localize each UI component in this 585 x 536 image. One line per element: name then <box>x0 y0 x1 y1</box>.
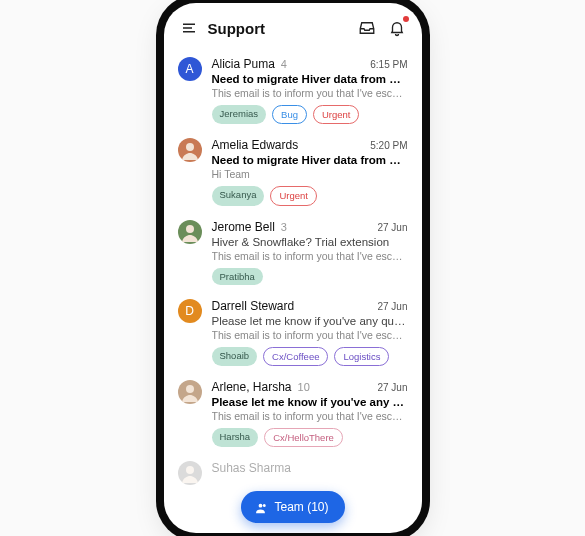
label-tag[interactable]: Bug <box>272 105 307 124</box>
conversation-item[interactable]: Suhas Sharma <box>164 453 422 491</box>
avatar <box>178 380 202 404</box>
timestamp: 5:20 PM <box>370 140 407 151</box>
avatar <box>178 138 202 162</box>
team-icon <box>252 500 267 515</box>
conversation-body: Arlene, Harsha1027 JunPlease let me know… <box>212 380 408 447</box>
avatar <box>178 220 202 244</box>
conversation-item[interactable]: Arlene, Harsha1027 JunPlease let me know… <box>164 372 422 453</box>
app-header: Support <box>164 3 422 49</box>
assignee-tag[interactable]: Shoaib <box>212 347 258 366</box>
conversation-body: Darrell Steward27 JunPlease let me know … <box>212 299 408 366</box>
timestamp: 6:15 PM <box>370 59 407 70</box>
tag-row: JeremiasBugUrgent <box>212 105 408 124</box>
timestamp: 27 Jun <box>377 301 407 312</box>
svg-point-7 <box>186 466 194 474</box>
menu-icon[interactable] <box>178 17 200 39</box>
team-button-label: Team (10) <box>274 500 328 514</box>
preview-text: This email is to inform you that I've es… <box>212 87 408 99</box>
sender-name: Arlene, Harsha <box>212 380 292 394</box>
label-tag[interactable]: Cx/Coffeee <box>263 347 328 366</box>
phone-frame: Support AAlicia Puma46:15 PMNeed to migr… <box>164 3 422 533</box>
avatar <box>178 461 202 485</box>
label-tag[interactable]: Urgent <box>270 186 317 205</box>
team-button[interactable]: Team (10) <box>240 491 344 523</box>
bell-icon[interactable] <box>386 17 408 39</box>
assignee-tag[interactable]: Pratibha <box>212 268 263 285</box>
timestamp: 27 Jun <box>377 382 407 393</box>
sender-name: Amelia Edwards <box>212 138 299 152</box>
sender-name: Jerome Bell <box>212 220 275 234</box>
label-tag[interactable]: Urgent <box>313 105 360 124</box>
timestamp: 27 Jun <box>377 222 407 233</box>
assignee-tag[interactable]: Harsha <box>212 428 259 447</box>
conversation-item[interactable]: Amelia Edwards5:20 PMNeed to migrate Hiv… <box>164 130 422 211</box>
conversation-body: Jerome Bell327 JunHiver & Snowflake? Tri… <box>212 220 408 285</box>
tag-row: HarshaCx/HelloThere <box>212 428 408 447</box>
svg-point-1 <box>186 143 194 151</box>
label-tag[interactable]: Logistics <box>334 347 389 366</box>
page-title: Support <box>208 20 266 37</box>
tag-row: Pratibha <box>212 268 408 285</box>
conversation-item[interactable]: DDarrell Steward27 JunPlease let me know… <box>164 291 422 372</box>
preview-text: Hi Team <box>212 168 408 180</box>
subject-line: Please let me know if you've any questio… <box>212 396 408 408</box>
subject-line: Need to migrate Hiver data from old Gmai… <box>212 73 408 85</box>
sender-name: Alicia Puma <box>212 57 275 71</box>
inbox-icon[interactable] <box>356 17 378 39</box>
svg-point-3 <box>186 225 194 233</box>
preview-text: This email is to inform you that I've es… <box>212 250 408 262</box>
conversation-body: Alicia Puma46:15 PMNeed to migrate Hiver… <box>212 57 408 124</box>
label-tag[interactable]: Cx/HelloThere <box>264 428 343 447</box>
conversation-list: AAlicia Puma46:15 PMNeed to migrate Hive… <box>164 49 422 533</box>
conversation-item[interactable]: Jerome Bell327 JunHiver & Snowflake? Tri… <box>164 212 422 291</box>
subject-line: Need to migrate Hiver data from old …… <box>212 154 408 166</box>
avatar: A <box>178 57 202 81</box>
preview-text: This email is to inform you that I've es… <box>212 329 408 341</box>
thread-count: 3 <box>281 221 287 233</box>
thread-count: 4 <box>281 58 287 70</box>
sender-name: Suhas Sharma <box>212 461 291 475</box>
assignee-tag[interactable]: Jeremias <box>212 105 267 124</box>
conversation-body: Suhas Sharma <box>212 461 408 485</box>
tag-row: ShoaibCx/CoffeeeLogistics <box>212 347 408 366</box>
assignee-tag[interactable]: Sukanya <box>212 186 265 205</box>
notification-dot <box>403 16 409 22</box>
preview-text: This email is to inform you that I've es… <box>212 410 408 422</box>
subject-line: Please let me know if you've any questio… <box>212 315 408 327</box>
sender-name: Darrell Steward <box>212 299 295 313</box>
svg-point-5 <box>186 385 194 393</box>
thread-count: 10 <box>298 381 310 393</box>
avatar: D <box>178 299 202 323</box>
tag-row: SukanyaUrgent <box>212 186 408 205</box>
conversation-body: Amelia Edwards5:20 PMNeed to migrate Hiv… <box>212 138 408 205</box>
conversation-item[interactable]: AAlicia Puma46:15 PMNeed to migrate Hive… <box>164 49 422 130</box>
subject-line: Hiver & Snowflake? Trial extension <box>212 236 408 248</box>
